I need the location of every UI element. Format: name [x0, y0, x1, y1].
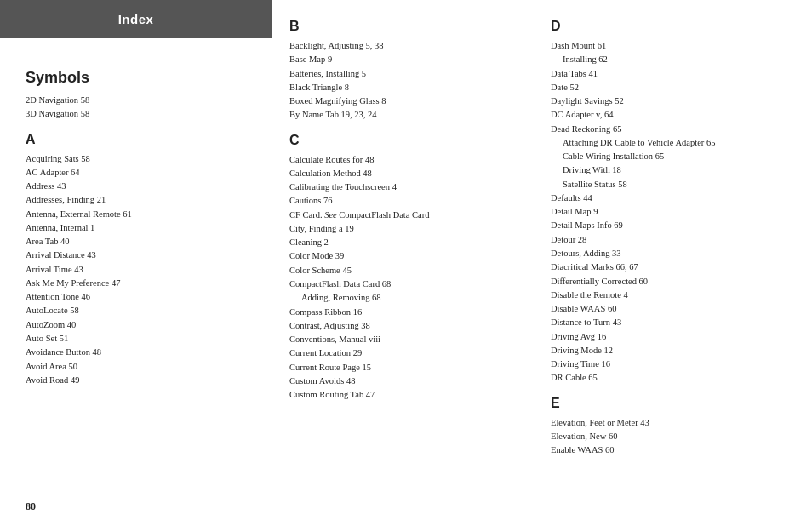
list-item: Color Mode 39: [289, 249, 525, 263]
list-item: Compass Ribbon 16: [289, 306, 525, 319]
list-item: Backlight, Adjusting 5, 38: [289, 39, 525, 53]
list-item: Color Scheme 45: [289, 264, 525, 277]
list-item: Avoid Road 49: [26, 374, 246, 387]
list-item: Detour 28: [551, 233, 786, 247]
list-item: Area Tab 40: [26, 235, 246, 249]
list-item: Enable WAAS 60: [551, 443, 786, 457]
section-a-title: A: [26, 132, 246, 147]
list-item: AC Adapter 64: [26, 166, 246, 180]
list-item: By Name Tab 19, 23, 24: [289, 108, 525, 122]
symbols-section: 2D Navigation 58 3D Navigation 58: [26, 94, 246, 122]
list-item: Driving Mode 12: [551, 344, 786, 357]
list-item: Current Route Page 15: [289, 361, 525, 374]
list-item: Dead Reckoning 65: [551, 123, 786, 136]
list-item: Installing 62: [551, 53, 786, 66]
list-item: Antenna, Internal 1: [26, 221, 246, 235]
list-item: Driving With 18: [551, 163, 786, 177]
section-b-title: B: [289, 19, 525, 34]
list-item: Boxed Magnifying Glass 8: [289, 94, 525, 108]
list-item: City, Finding a 19: [289, 222, 525, 236]
list-item: Arrival Time 43: [26, 263, 246, 277]
list-item: Black Triangle 8: [289, 81, 525, 94]
list-item: Base Map 9: [289, 53, 525, 66]
list-item: Avoid Area 50: [26, 360, 246, 374]
section-d: D Dash Mount 61 Installing 62 Data Tabs …: [551, 19, 786, 386]
list-item: Custom Routing Tab 47: [289, 388, 525, 402]
section-e: E Elevation, Feet or Meter 43 Elevation,…: [551, 396, 786, 458]
list-item: AutoLocate 58: [26, 304, 246, 317]
section-c-title: C: [289, 133, 525, 148]
list-item: Cleaning 2: [289, 236, 525, 249]
list-item: Ask Me My Preference 47: [26, 277, 246, 290]
list-item: CF Card. See CompactFlash Data Card: [289, 209, 525, 222]
sidebar: Index Symbols 2D Navigation 58 3D Naviga…: [0, 0, 272, 526]
list-item: Disable WAAS 60: [551, 302, 786, 316]
list-item: CompactFlash Data Card 68: [289, 277, 525, 291]
list-item: Calibrating the Touchscreen 4: [289, 180, 525, 194]
list-item: Cable Wiring Installation 65: [551, 150, 786, 163]
list-item: Satellite Status 58: [551, 178, 786, 192]
section-a: A Acquiring Sats 58 AC Adapter 64 Addres…: [26, 132, 246, 388]
section-e-title: E: [551, 396, 786, 411]
list-item: Differentially Corrected 60: [551, 275, 786, 289]
list-item: Attaching DR Cable to Vehicle Adapter 65: [551, 136, 786, 150]
list-item: Custom Avoids 48: [289, 374, 525, 388]
list-item: Avoidance Button 48: [26, 346, 246, 359]
list-item: Driving Time 16: [551, 357, 786, 371]
list-item: Distance to Turn 43: [551, 316, 786, 329]
list-item: DC Adapter v, 64: [551, 108, 786, 122]
list-item: Elevation, Feet or Meter 43: [551, 416, 786, 430]
list-item: Batteries, Installing 5: [289, 67, 525, 81]
list-item: Calculate Routes for 48: [289, 153, 525, 167]
list-item: Current Location 29: [289, 346, 525, 360]
sidebar-header: Index: [0, 0, 272, 38]
section-d-title: D: [551, 19, 786, 34]
list-item: Contrast, Adjusting 38: [289, 319, 525, 333]
list-item: Attention Tone 46: [26, 290, 246, 304]
list-item: Dash Mount 61: [551, 39, 786, 53]
list-item: Address 43: [26, 180, 246, 193]
section-c: C Calculate Routes for 48 Calculation Me…: [289, 133, 525, 403]
symbols-title: Symbols: [26, 69, 246, 87]
list-item: Daylight Savings 52: [551, 94, 786, 108]
list-item: Disable the Remote 4: [551, 289, 786, 302]
list-item: Date 52: [551, 81, 786, 94]
column-bc: B Backlight, Adjusting 5, 38 Base Map 9 …: [285, 17, 538, 509]
list-item: 2D Navigation 58: [26, 94, 246, 107]
list-item: Auto Set 51: [26, 332, 246, 346]
main-content: B Backlight, Adjusting 5, 38 Base Map 9 …: [272, 0, 812, 526]
list-item: Elevation, New 60: [551, 430, 786, 443]
list-item: Driving Avg 16: [551, 330, 786, 344]
list-item: Detail Maps Info 69: [551, 219, 786, 232]
sidebar-content: Symbols 2D Navigation 58 3D Navigation 5…: [0, 38, 272, 492]
list-item: Conventions, Manual viii: [289, 333, 525, 346]
list-item: Cautions 76: [289, 194, 525, 208]
list-item: Defaults 44: [551, 192, 786, 205]
list-item: AutoZoom 40: [26, 318, 246, 332]
list-item: DR Cable 65: [551, 371, 786, 385]
list-item: Antenna, External Remote 61: [26, 208, 246, 221]
list-item: Calculation Method 48: [289, 167, 525, 180]
list-item: Arrival Distance 43: [26, 249, 246, 262]
list-item: Adding, Removing 68: [289, 291, 525, 305]
list-item: Acquiring Sats 58: [26, 152, 246, 166]
list-item: Diacritical Marks 66, 67: [551, 260, 786, 274]
list-item: Addresses, Finding 21: [26, 193, 246, 207]
list-item: Detours, Adding 33: [551, 247, 786, 260]
page-number: 80: [0, 492, 272, 526]
list-item: Data Tabs 41: [551, 67, 786, 81]
list-item: Detail Map 9: [551, 205, 786, 219]
section-b: B Backlight, Adjusting 5, 38 Base Map 9 …: [289, 19, 525, 123]
list-item: 3D Navigation 58: [26, 107, 246, 121]
column-de: D Dash Mount 61 Installing 62 Data Tabs …: [538, 17, 799, 509]
